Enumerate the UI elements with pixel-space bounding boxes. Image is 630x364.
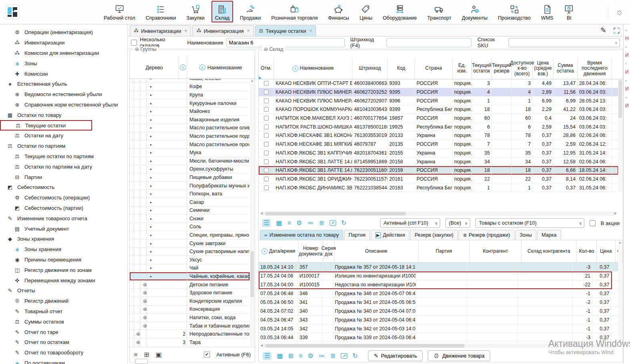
stock-column-header[interactable]: Ед. изм. (453, 58, 472, 79)
row-checkbox[interactable] (264, 142, 269, 147)
sidebar-item[interactable]: ⚙Операции (инвентаризация) (0, 27, 127, 38)
stock-row[interactable]: НАП.КОФ.ЯКОБС 3В1 ЛАТТЕ 14.8Г JA87145995… (259, 157, 618, 166)
tree-row[interactable]: ●Масло растительное олив (130, 124, 250, 133)
sidebar-item[interactable]: ▦Остатки по товару (0, 110, 127, 120)
sidebar-item[interactable]: ◈Зоны хранения (0, 244, 127, 255)
movements-column-header[interactable]: Склад контрагента (521, 240, 577, 262)
gear-icon[interactable]: ⚙ (308, 353, 313, 359)
sidebar-item[interactable]: ®Регистр движений (0, 296, 127, 306)
grid-icon[interactable]: ▦ (277, 353, 283, 359)
edit-form-icon[interactable]: ✎ (600, 26, 606, 35)
close-icon[interactable]: × (184, 28, 187, 34)
nav-item-WMS[interactable]: WMS (537, 1, 557, 22)
tree-row[interactable]: ●Масло растительное подс (130, 132, 250, 141)
tree-row[interactable]: ●Кофе (130, 83, 250, 91)
all-filter-select[interactable]: (Все)∨ (445, 218, 470, 228)
stock-row[interactable]: КАКАО НЕСКВИК ОПТИ-СТАРТ БЫС460038400663… (259, 79, 618, 88)
stock-row[interactable]: НАП.КОФ.ЯКОБС ДИНАМИКС 3В1 1762221038544… (259, 183, 618, 192)
movement-row[interactable]: 05.05.24 06:50341Продажа № 341 от 2024-0… (259, 298, 618, 307)
expand-icon[interactable]: ⊕ (143, 306, 147, 312)
tree-row[interactable]: ●Сухие завтраки (130, 239, 250, 248)
nav-item-Рабочий стол[interactable]: Рабочий стол (100, 1, 139, 22)
detail-tab-Марка[interactable]: Марка (537, 230, 561, 240)
sidebar-item[interactable]: ♠Естественная убыль (0, 79, 127, 89)
sidebar-item[interactable]: ◉Причины перемещения (0, 255, 127, 265)
sidebar-item[interactable]: ⊗Ведомости естественной убыли (0, 89, 127, 100)
numbered-list-icon[interactable]: ≔ (319, 353, 325, 359)
tree-row[interactable]: ⊕2Непродовольственные тов (130, 330, 250, 338)
sidebar-item[interactable]: ✎Отчеты (0, 286, 127, 296)
stock-row[interactable]: НАП.КОФ.НЕСКАФЕ 3В1 КОКОНАТ М76130355301… (259, 131, 618, 140)
stock-row[interactable]: НАП.КОФ.ЯКОБС 3В1 ОРИДЖИНАЛ7622300511579… (259, 175, 618, 184)
multi-warehouse-checkbox[interactable] (131, 40, 137, 46)
tree-row[interactable]: ⊕Напитки, соки, вода (130, 314, 250, 322)
nav-item-Цены[interactable]: Цены (356, 1, 376, 22)
tree-row[interactable]: ●Уксус (130, 256, 250, 264)
barcode-input[interactable] (386, 38, 471, 47)
row-checkbox[interactable] (264, 168, 269, 173)
tree-row[interactable]: ●Майонез (130, 107, 250, 116)
stock-column-header[interactable]: ∧Наименование (274, 58, 352, 79)
movements-column-header[interactable]: Цена (597, 240, 616, 262)
column-header-tree[interactable]: Дерево (130, 56, 179, 78)
close-icon[interactable]: × (247, 28, 250, 34)
gear-icon[interactable]: ⚙ (296, 220, 302, 226)
detail-tab-Изменение остатка по товару[interactable]: ∞Изменение остатка по товару (260, 230, 343, 240)
add-list-icon[interactable]: ≣ (330, 353, 336, 359)
sidebar-item[interactable]: ⚖Остатки по партиям (0, 141, 127, 151)
tree-row[interactable]: ●Сахар (130, 198, 250, 207)
row-checkbox[interactable] (264, 125, 269, 129)
movements-column-header[interactable]: Кол-во (577, 240, 596, 262)
sidebar-item[interactable]: ✎Отчет по таре (0, 327, 127, 337)
row-checkbox[interactable] (264, 81, 269, 86)
tree-row[interactable]: ●Полуфабрикаты мучных и (130, 182, 250, 190)
tree-row[interactable]: ●Семечки (130, 207, 250, 215)
stock-column-header[interactable]: Текущий остаток (472, 58, 492, 79)
nav-item-Справочники[interactable]: Справочники (142, 1, 179, 22)
tree-row[interactable]: ●Мука (130, 149, 250, 157)
expand-icon[interactable]: ⊕ (136, 331, 140, 337)
stock-row[interactable]: КАКАО ПОРОШОК КОММУНАРКА К48104100364309… (259, 105, 618, 114)
sidebar-item[interactable]: ✜Перемещения между зонами (0, 275, 127, 286)
expand-icon[interactable]: ⊕ (143, 282, 147, 288)
filter-icon[interactable]: ≡ (287, 220, 291, 226)
tree-row[interactable]: ●Чайные, кофейные, какао (130, 272, 250, 281)
tree-row[interactable]: ●Масло растительное проч (130, 141, 250, 149)
tree-row[interactable]: ●Кукурузные палочки (130, 99, 250, 108)
groups-scrollbar[interactable]: ▲ (250, 79, 254, 346)
tree-row[interactable]: ●Соль (130, 223, 250, 231)
stock-row[interactable]: НАПИТОК КОФ.МАКСВЕЛ ХАУЗ 3В1460700177654… (259, 114, 618, 123)
nav-item-Финансы[interactable]: Финансы (324, 1, 352, 22)
filter-icon[interactable]: ≡ (299, 353, 302, 359)
movements-column-header[interactable]: Номер документа (298, 240, 323, 262)
sidebar-item[interactable]: ◈По поставщикам (0, 358, 127, 364)
tab-Инвентаризация[interactable]: ⁂Инвентаризация× (192, 25, 254, 36)
sidebar-item[interactable]: ◫Регистр движения по зонам (0, 265, 127, 275)
add-box-icon[interactable]: ⊞ (144, 352, 149, 358)
refresh-icon[interactable]: ↻ (341, 220, 346, 226)
tree-row[interactable]: ●Сухие растворимые напит (130, 247, 250, 256)
expand-icon[interactable]: ⊕ (143, 290, 147, 296)
collapse-icon[interactable]: ⊖ (135, 46, 139, 52)
stock-vscrollbar[interactable] (618, 79, 622, 192)
sidebar-item[interactable]: ⁂Инвентаризации (0, 38, 127, 48)
movements-column-header[interactable]: Описание (334, 240, 419, 262)
nav-item-Склад[interactable]: Склад (211, 1, 233, 22)
sidebar-item[interactable]: ⊟Партии (0, 172, 127, 182)
tree-row[interactable]: ●Попкорн, вата (130, 190, 250, 198)
movement-row[interactable]: 17.05.24 04:06И100017Излишек по инвентар… (259, 271, 618, 280)
tree-row[interactable]: ●Мюсли, батончики-мюсли (130, 157, 250, 165)
detail-tab-Резерв (закупки)[interactable]: Резерв (закупки) (410, 230, 458, 240)
row-checkbox[interactable] (264, 133, 269, 138)
movement-button[interactable]: Движение товара (428, 350, 490, 361)
movement-row[interactable]: 07.05.24 06:48346Продажа № 346 от 2024-0… (259, 289, 618, 298)
detail-tab-Резерв (продажи)[interactable]: ≣Резерв (продажи) (459, 230, 514, 240)
nav-item-Документы[interactable]: Документы (458, 1, 491, 22)
filter-icon[interactable]: ≡ (134, 352, 137, 358)
movements-column-header[interactable]: Партия (419, 240, 470, 262)
sidebar-item[interactable]: ⚖Остатки по партиям на дату (0, 161, 127, 172)
sidebar-item[interactable]: ◈Зоны (0, 58, 127, 68)
stock-row[interactable]: НАП.КОФ.ЯКОБС 3В1 ЛАТТЕ 14.8Г У762230051… (259, 166, 618, 175)
active-groups-checkbox[interactable] (204, 352, 210, 358)
sidebar-item[interactable]: ◩Себестоимость (партии) (0, 203, 127, 213)
